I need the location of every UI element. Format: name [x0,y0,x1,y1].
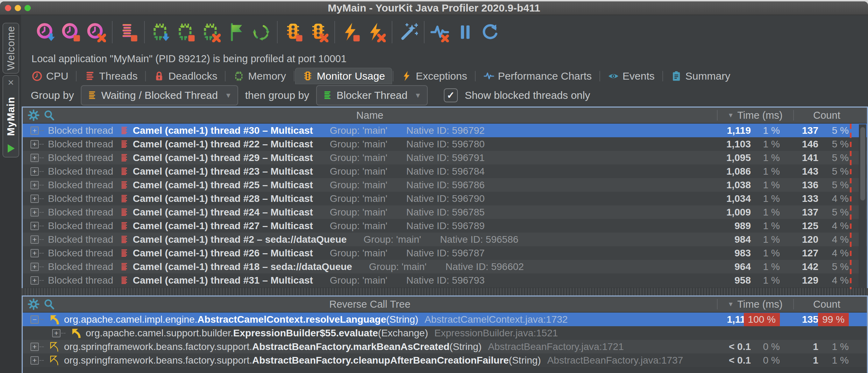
cpu-clear-button[interactable] [85,22,106,43]
tab-separator [393,71,393,81]
count-value: 133 [802,193,818,204]
thread-row[interactable]: +Blocked threadCamel (camel-1) thread #2… [23,178,867,192]
monitor-profiling-stop-button[interactable] [283,22,304,43]
count-column-header[interactable]: Count [793,108,860,123]
count-value: 127 [802,248,818,259]
panel-splitter[interactable] [22,288,868,295]
pause-telemetry-button[interactable] [455,22,476,43]
count-percent: 5 % [832,125,849,136]
cpu-profiling-stop-button[interactable] [60,22,81,43]
thread-row[interactable]: +Blocked threadCamel (camel-1) thread #2… [23,219,867,233]
vertical-scrollbar[interactable] [859,124,866,288]
calltree-row[interactable]: +org.springframework.beans.factory.suppo… [23,340,867,353]
tree-connector [40,171,44,172]
expand-toggle[interactable]: + [30,140,39,148]
exception-clear-button[interactable] [365,22,386,43]
time-column-header[interactable]: ▼ Time (ms) [717,108,793,123]
time-value: < 0.1 [729,355,751,366]
expand-toggle[interactable]: + [30,154,39,162]
count-value: 142 [802,261,818,272]
expand-toggle[interactable]: + [30,167,39,176]
sidebar-tab-welcome[interactable]: Welcome [2,23,19,74]
close-session-icon[interactable]: × [3,77,19,88]
tab-summary[interactable]: Summary [664,68,737,84]
count-column-header[interactable]: Count [793,297,860,312]
tree-connector [40,346,44,347]
set-flag-button[interactable] [225,22,246,43]
status-line: Local application "MyMain" (PID 89212) i… [31,51,347,66]
inspections-wand-button[interactable] [397,22,418,43]
then-group-by-dropdown[interactable]: Blocker Thread ▼ [316,85,428,105]
expand-toggle[interactable]: + [30,249,39,257]
thread-telemetry-button[interactable] [118,22,138,43]
group-by-dropdown[interactable]: Waiting / Blocked Thread ▼ [81,85,238,105]
name-column-header[interactable]: Name [23,108,717,123]
expand-toggle[interactable]: + [30,208,39,217]
expand-toggle[interactable]: + [30,235,39,244]
tab-label: Memory [248,70,286,82]
tab-cpu[interactable]: CPU [24,68,75,84]
expand-toggle[interactable]: + [30,222,39,230]
expand-toggle[interactable]: + [30,356,39,365]
thread-row[interactable]: +Blocked threadCamel (camel-1) thread #2… [23,164,867,178]
time-value: 1,009 [726,207,751,218]
thread-name: Camel (camel-1) thread #31 – Multicast [133,275,313,286]
expand-toggle[interactable]: + [30,195,39,203]
tab-performance-charts[interactable]: Performance Charts [476,68,599,84]
calltree-row[interactable]: +org.apache.camel.support.builder.Expres… [23,326,867,340]
thread-group: Group: 'main' [330,125,387,136]
tab-threads[interactable]: Threads [77,68,144,84]
expand-toggle[interactable]: + [30,263,39,271]
expand-toggle[interactable]: + [30,343,39,351]
tab-monitor-usage[interactable]: Monitor Usage [295,68,392,84]
expand-toggle[interactable]: + [30,181,39,189]
thread-row[interactable]: +Blocked threadCamel (camel-1) thread #2… [23,192,867,205]
expand-toggle[interactable]: − [30,315,39,324]
memory-clear-button[interactable] [200,22,221,43]
toolbar-separator [277,21,278,43]
count-value: 125 [802,220,818,232]
cpu-profiling-start-button[interactable] [35,22,56,43]
scrollbar-thumb[interactable] [860,127,865,200]
thread-row[interactable]: +Blocked threadCamel (camel-1) thread #3… [23,273,867,287]
tab-events[interactable]: Events [601,68,662,84]
expand-toggle[interactable]: + [30,126,39,135]
time-value: < 0.1 [729,341,751,352]
tab-deadlocks[interactable]: Deadlocks [147,68,224,84]
tab-memory[interactable]: Memory [226,68,293,84]
expand-toggle[interactable]: + [30,276,39,285]
calltree-row[interactable]: −org.apache.camel.impl.engine.AbstractCa… [23,313,867,326]
thread-row[interactable]: +Blocked threadCamel (camel-1) thread #1… [23,260,867,273]
telemetry-clear-button[interactable] [429,22,450,43]
thread-row[interactable]: +Blocked threadCamel (camel-1) thread #2… [23,233,867,246]
thread-row[interactable]: +Blocked threadCamel (camel-1) thread #2… [23,205,867,219]
memory-allocation-stop-button[interactable] [175,22,196,43]
thread-row[interactable]: +Blocked threadCamel (camel-1) thread #2… [23,137,867,151]
time-column-header[interactable]: ▼ Time (ms) [717,297,793,312]
thread-group: Group: 'main' [330,207,387,218]
memory-snapshot-button[interactable] [150,22,171,43]
calltree-header: Reverse Call Tree ▼ Time (ms) Count [23,297,867,313]
tree-connector [40,226,44,226]
tree-connector [40,198,44,199]
count-percent: 5 % [832,139,849,150]
thread-row[interactable]: +Blocked threadCamel (camel-1) thread #2… [23,151,867,164]
thread-native-id: Native ID: 596789 [406,220,485,232]
exception-profiling-stop-button[interactable] [340,22,361,43]
sidebar-tab-mymain[interactable]: × MyMain [2,75,19,158]
thread-row[interactable]: +Blocked threadCamel (camel-1) thread #3… [23,124,867,137]
show-blocked-checkbox[interactable]: ✓ [444,88,458,102]
time-value: 989 [734,220,751,232]
expand-toggle[interactable]: + [52,329,61,337]
monitor-clear-button[interactable] [308,22,329,43]
force-gc-button[interactable] [250,22,271,43]
calltree-row[interactable]: +org.springframework.beans.factory.suppo… [23,353,867,367]
thread-row[interactable]: +Blocked threadCamel (camel-1) thread #2… [23,246,867,260]
thread-group: Group: 'main' [369,261,427,272]
tab-exceptions[interactable]: Exceptions [394,68,474,84]
blocked-thread-icon [120,153,129,163]
thread-name: Camel (camel-1) thread #18 – seda://data… [133,261,352,272]
refresh-button[interactable] [480,22,501,43]
method-package: org.apache.camel.support.builder. [86,328,233,339]
blocked-thread-icon [120,194,129,204]
